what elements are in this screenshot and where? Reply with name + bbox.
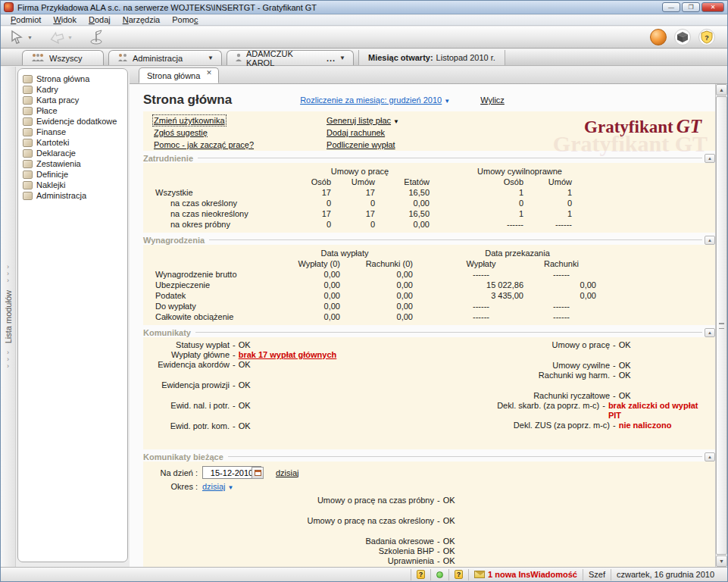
status-row: Statusy wypłat-OK xyxy=(154,340,420,350)
sidebar-item-finanse[interactable]: Finanse xyxy=(20,127,126,137)
chevron-down-icon[interactable]: ▼ xyxy=(27,35,33,40)
page-title: Strona główna xyxy=(143,92,232,108)
payout-summary-link[interactable]: Podliczenie wypłat xyxy=(327,140,395,149)
add-invoice-link[interactable]: Dodaj rachunek xyxy=(327,128,385,137)
chevron-down-icon: ▼ xyxy=(444,98,450,105)
connection-status xyxy=(430,569,448,580)
close-tab-icon[interactable]: ✕ xyxy=(206,70,212,77)
calendar-button[interactable] xyxy=(252,467,264,479)
insert-globe-icon[interactable] xyxy=(650,29,667,45)
month-open-indicator: Miesiąc otwarty: Listopad 2010 r. xyxy=(358,50,505,65)
current-date: czwartek, 16 grudnia 2010 xyxy=(611,569,726,580)
section-komunikaty: Statusy wypłat-OK Wypłaty główne-brak 17… xyxy=(143,337,715,449)
help-status-1[interactable]: ? xyxy=(411,569,430,580)
suggest-link[interactable]: Zgłoś sugestię xyxy=(154,128,208,137)
flag-button[interactable] xyxy=(86,27,107,47)
table-row: na czas nieokreślony171716,5011 xyxy=(154,208,573,219)
cube-icon[interactable] xyxy=(674,29,691,45)
insmessage-indicator[interactable]: 1 nowa InsWiadomość xyxy=(468,569,583,580)
change-user-link[interactable]: Zmień użytkownika xyxy=(154,116,225,125)
logo-watermark: Gratyfikant GT xyxy=(553,131,708,157)
missing-payouts-link[interactable]: brak 17 wypłat głównych xyxy=(239,350,337,360)
restore-button[interactable]: ❐ xyxy=(682,2,700,12)
status-row: Rachunki wg harm.-OK xyxy=(420,371,708,380)
status-row: Ewidencja akordów-OK xyxy=(154,360,420,370)
sidebar-item-karta-pracy[interactable]: Karta pracy xyxy=(20,95,126,105)
definicje-icon xyxy=(23,171,33,179)
question-icon: ? xyxy=(417,570,425,579)
menu-item-dodaj[interactable]: Dodaj xyxy=(83,15,116,25)
sidebar-item-place[interactable]: Płace xyxy=(20,105,126,116)
collapse-section-button[interactable]: ▲ xyxy=(705,452,715,462)
collapse-section-button[interactable]: ▲ xyxy=(705,236,715,245)
sidebar-item-definicje[interactable]: Definicje xyxy=(20,169,126,180)
close-button[interactable]: ✕ xyxy=(701,2,724,12)
status-row: Ewid. potr. kom.-OK xyxy=(154,421,420,431)
table-row: Całkowite obciążenie0,000,00------------ xyxy=(154,311,598,322)
menu-item-pomoc[interactable]: Pomoc xyxy=(167,15,203,25)
back-button[interactable]: ▼ xyxy=(45,29,75,45)
help-shield-icon[interactable]: ? xyxy=(698,29,715,45)
scroll-up-button[interactable]: ▲ xyxy=(716,84,727,95)
generate-payroll-link[interactable]: Generuj listę płac▼ xyxy=(327,116,399,125)
chevron-icons: ››› xyxy=(7,349,9,370)
context-tab-strip: Wszyscy Administracja ▼ ADAMCZUK KAROL .… xyxy=(1,49,727,66)
table-row: Wynagrodzenie brutto0,000,00------------ xyxy=(154,269,598,280)
sidebar-item-strona-glowna[interactable]: Strona główna xyxy=(20,74,126,84)
sidebar-item-deklaracje[interactable]: Deklaracje xyxy=(20,148,126,158)
status-row: Umowy cywilne-OK xyxy=(420,361,708,371)
scrollbar-thumb[interactable] xyxy=(716,96,727,555)
tab-administracja[interactable]: Administracja ▼ xyxy=(108,50,222,65)
modules-collapse-strip[interactable]: ››› Lista modułów ››› xyxy=(1,67,16,567)
wylicz-link[interactable]: Wylicz xyxy=(480,95,505,105)
menu-item-widok[interactable]: Widok xyxy=(48,15,82,25)
tab-wszyscy[interactable]: Wszyscy xyxy=(22,50,104,65)
green-status-icon xyxy=(436,571,443,578)
help-status-2[interactable]: ? xyxy=(448,569,468,580)
status-row: Umowy o pracę na czas próbny-OK xyxy=(154,496,715,505)
employee-more-button[interactable]: ... xyxy=(327,54,336,63)
sidebar-item-administracja[interactable]: Administracja xyxy=(20,190,126,201)
vertical-scrollbar[interactable]: ▲ ▼ xyxy=(715,84,727,567)
modules-sidebar: Strona główna Kadry Karta pracy Płace Ew… xyxy=(17,68,128,562)
sidebar-item-kadry[interactable]: Kadry xyxy=(20,84,126,95)
question-icon: ? xyxy=(455,570,463,579)
flag-icon xyxy=(88,29,105,45)
sidebar-item-kartoteki[interactable]: Kartoteki xyxy=(20,137,126,148)
group-icon xyxy=(117,53,129,64)
finanse-icon xyxy=(23,128,33,136)
help-start-link[interactable]: Pomoc - jak zacząć pracę? xyxy=(154,140,254,149)
home-icon xyxy=(23,75,33,83)
select-tool-button[interactable]: ▼ xyxy=(7,28,35,46)
collapse-section-button[interactable]: ▲ xyxy=(705,328,715,337)
settlement-month-link[interactable]: Rozliczenie za miesiąc: grudzień 2010▼ xyxy=(300,95,450,105)
table-row: Do wypłaty0,000,00------------ xyxy=(154,301,598,311)
tab-employee[interactable]: ADAMCZUK KAROL ... ▼ xyxy=(227,50,354,65)
chevron-down-icon[interactable]: ▼ xyxy=(339,55,345,61)
period-dropdown[interactable]: dzisiaj▼ xyxy=(202,482,234,491)
menu-item-podmiot[interactable]: Podmiot xyxy=(5,15,46,25)
kadry-icon xyxy=(23,86,33,94)
today-link[interactable]: dzisiaj xyxy=(276,468,299,477)
minimize-button[interactable]: — xyxy=(662,2,680,12)
section-header-wynagrodzenia: Wynagrodzenia ▲ xyxy=(143,235,715,245)
menu-item-narzedzia[interactable]: Narzędzia xyxy=(117,15,166,25)
status-row: Umowy o pracę-OK xyxy=(420,340,708,350)
table-row: na czas określony000,0000 xyxy=(154,198,573,208)
status-row: Wypłaty główne-brak 17 wypłat głównych xyxy=(154,350,420,360)
chevron-down-icon[interactable]: ▼ xyxy=(208,55,214,61)
sidebar-item-naklejki[interactable]: Naklejki xyxy=(20,180,126,190)
page-tab-strona-glowna[interactable]: Strona główna ✕ xyxy=(139,67,219,83)
sidebar-item-zestawienia[interactable]: Zestawienia xyxy=(20,158,126,169)
status-row: Ewidencja prowizji-OK xyxy=(154,380,420,390)
scrollbar-grip xyxy=(719,323,724,329)
calendar-icon xyxy=(255,470,261,476)
mail-icon xyxy=(474,571,485,578)
section-wynagrodzenia: Data wypłatyData przekazania Wypłaty (0)… xyxy=(143,245,715,325)
sidebar-item-ewidencje-dodatkowe[interactable]: Ewidencje dodatkowe xyxy=(20,116,126,127)
scroll-down-button[interactable]: ▼ xyxy=(716,555,727,567)
menu-bar: Podmiot Widok Dodaj Narzędzia Pomoc xyxy=(1,15,727,26)
section-zatrudnienie: Umowy o pracęUmowy cywilnoprawne OsóbUmó… xyxy=(143,163,715,233)
chevron-down-icon[interactable]: ▼ xyxy=(67,35,73,40)
person-icon xyxy=(235,53,242,64)
